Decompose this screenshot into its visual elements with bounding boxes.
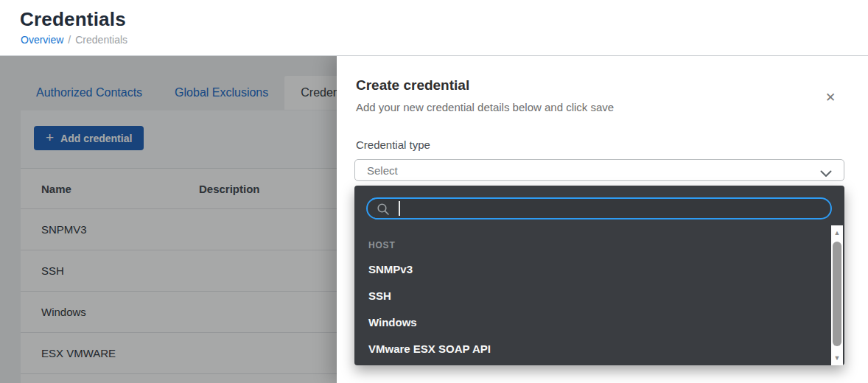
breadcrumb-separator: / xyxy=(68,34,71,46)
scroll-down-icon[interactable]: ▼ xyxy=(831,353,843,363)
panel-title: Create credential xyxy=(356,77,469,94)
credential-type-label: Credential type xyxy=(356,138,430,151)
option-windows[interactable]: Windows xyxy=(354,309,830,336)
option-snmpv3[interactable]: SNMPv3 xyxy=(354,256,830,283)
scroll-up-icon[interactable]: ▲ xyxy=(831,228,843,238)
page-header: Credentials Overview/Credentials xyxy=(0,0,868,56)
credential-type-select[interactable]: Select xyxy=(354,159,844,181)
dropdown-scrollbar[interactable]: ▲ ▼ xyxy=(831,225,843,365)
breadcrumb-overview-link[interactable]: Overview xyxy=(21,34,63,46)
credential-type-dropdown: HOST SNMPv3 SSH Windows VMware ESX SOAP … xyxy=(354,186,844,365)
select-placeholder: Select xyxy=(355,164,398,177)
panel-subtitle: Add your new credential details below an… xyxy=(356,101,614,113)
page-title: Credentials xyxy=(20,8,126,31)
dropdown-search-field[interactable] xyxy=(366,197,832,219)
option-group-label: HOST xyxy=(368,240,396,250)
breadcrumb: Overview/Credentials xyxy=(21,34,127,46)
option-ssh[interactable]: SSH xyxy=(354,283,830,309)
create-credential-panel: Create credential Add your new credentia… xyxy=(337,56,868,383)
close-icon[interactable]: ✕ xyxy=(820,87,841,108)
dropdown-search-input[interactable] xyxy=(400,200,813,217)
breadcrumb-current: Credentials xyxy=(75,34,127,46)
search-icon xyxy=(377,203,390,219)
scrollbar-thumb[interactable] xyxy=(833,242,841,346)
options-list: SNMPv3 SSH Windows VMware ESX SOAP API xyxy=(354,256,830,362)
option-vmware-esx-soap-api[interactable]: VMware ESX SOAP API xyxy=(354,336,830,362)
chevron-down-icon xyxy=(820,167,832,180)
